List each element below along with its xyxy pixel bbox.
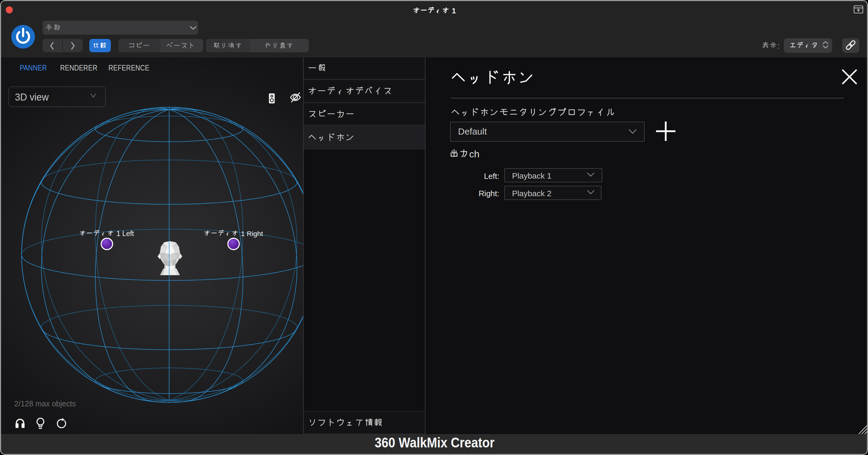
svg-text::: : <box>777 41 780 50</box>
svg-text:ch: ch <box>469 149 479 159</box>
svg-text:1: 1 <box>450 7 456 15</box>
svg-text:1 Right: 1 Right <box>239 229 263 237</box>
svg-text:1 Left: 1 Left <box>115 229 134 237</box>
